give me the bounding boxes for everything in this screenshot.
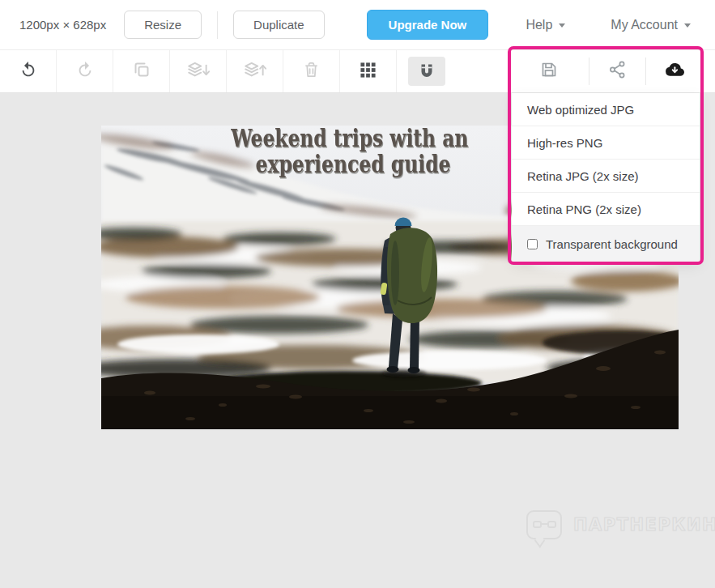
watermark: ПАРТНЕРКИН — [526, 510, 715, 539]
resize-button[interactable]: Resize — [124, 11, 202, 39]
redo-button[interactable] — [57, 50, 113, 92]
share-button[interactable] — [589, 50, 645, 92]
undo-button[interactable] — [0, 50, 57, 92]
copy-icon — [132, 60, 151, 83]
my-account-menu[interactable]: My Account — [611, 18, 691, 32]
canvas-title-text[interactable]: Weekend trips with an experienced guide — [230, 126, 476, 178]
trash-icon — [302, 61, 321, 83]
grid-view-button[interactable] — [340, 50, 397, 92]
duplicate-layer-button[interactable] — [113, 50, 170, 92]
layer-down-icon — [186, 61, 211, 83]
canvas-dimensions-label: 1200px × 628px — [19, 18, 106, 32]
undo-icon — [19, 61, 37, 82]
move-layer-down-button[interactable] — [170, 50, 227, 92]
layer-up-icon — [243, 61, 267, 83]
transparent-background-checkbox[interactable] — [527, 239, 538, 249]
watermark-text: ПАРТНЕРКИН — [573, 515, 715, 535]
my-account-label: My Account — [611, 18, 678, 32]
magnet-icon — [408, 57, 445, 86]
export-option-retina-png[interactable]: Retina PNG (2x size) — [512, 193, 700, 226]
export-toolbar-group — [509, 50, 703, 92]
watermark-logo-icon — [526, 510, 562, 539]
duplicate-button[interactable]: Duplicate — [233, 11, 325, 39]
chevron-down-icon — [559, 23, 565, 28]
grid-icon — [360, 62, 377, 82]
transparent-background-row[interactable]: Transparent background — [512, 226, 700, 262]
export-option-web-jpg[interactable]: Web optimized JPG — [512, 93, 700, 126]
share-icon — [608, 60, 627, 83]
redo-icon — [76, 61, 94, 82]
app-window: 1200px × 628px Resize Duplicate Upgrade … — [0, 0, 715, 588]
help-menu[interactable]: Help — [526, 18, 565, 32]
delete-button[interactable] — [283, 50, 340, 92]
export-option-retina-jpg[interactable]: Retina JPG (2x size) — [512, 160, 700, 193]
top-bar: 1200px × 628px Resize Duplicate Upgrade … — [0, 0, 715, 50]
topbar-menu: Help My Account — [526, 18, 691, 32]
cloud-download-icon — [664, 61, 685, 82]
download-button[interactable] — [646, 50, 702, 92]
help-menu-label: Help — [526, 18, 552, 32]
upgrade-now-button[interactable]: Upgrade Now — [367, 10, 489, 40]
snap-magnet-button[interactable] — [397, 50, 456, 92]
transparent-background-label: Transparent background — [546, 237, 678, 251]
export-option-highres-png[interactable]: High-res PNG — [512, 126, 700, 160]
chevron-down-icon — [684, 23, 691, 28]
download-dropdown-menu: Web optimized JPG High-res PNG Retina JP… — [512, 93, 700, 262]
save-icon — [539, 60, 559, 83]
save-button[interactable] — [509, 50, 589, 92]
move-layer-up-button[interactable] — [227, 50, 283, 92]
editor-toolbar — [0, 50, 715, 93]
topbar-divider — [217, 11, 218, 39]
